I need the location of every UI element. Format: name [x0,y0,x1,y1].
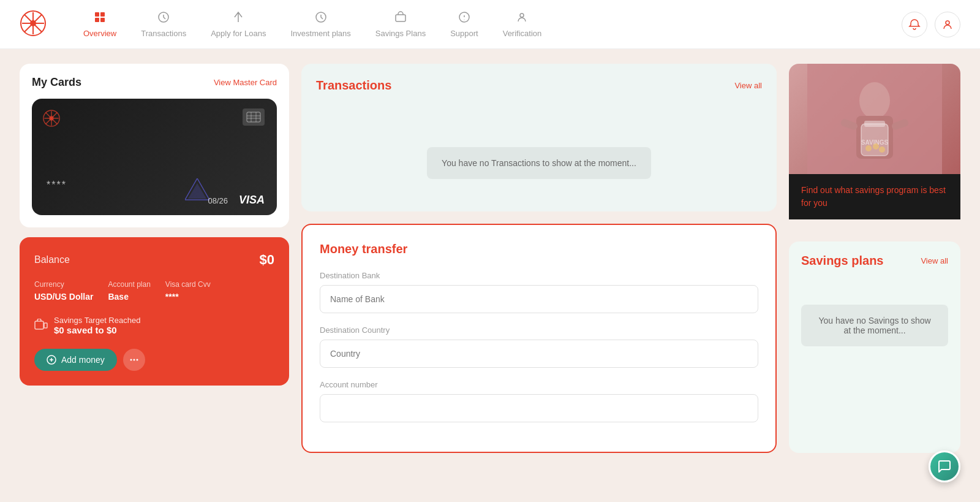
nav-transactions[interactable]: Transactions [141,11,186,38]
my-cards-section: My Cards View Master Card [20,64,289,227]
nav-apply-loans[interactable]: Apply for Loans [211,11,266,38]
account-plan-detail: Account plan Base [108,280,150,302]
transactions-header: Transactions View all [316,78,762,93]
card-brand: VISA [239,194,265,207]
bank-name-input[interactable] [320,285,758,313]
svg-point-14 [520,13,524,17]
svg-rect-6 [95,12,99,17]
nav-verification-label: Verification [503,29,542,38]
card-expiry: 08/26 [208,196,228,205]
svg-rect-9 [100,18,105,22]
account-number-input[interactable] [320,394,758,422]
savings-plans-icon [394,11,407,26]
card-number: **** [47,180,67,191]
svg-point-34 [130,359,132,361]
left-column: My Cards View Master Card [20,64,289,453]
profile-button[interactable] [935,12,960,37]
nav-verification[interactable]: Verification [503,11,542,38]
visa-cvv-label: Visa card Cvv [165,280,211,289]
svg-point-15 [946,21,949,25]
savings-target: Savings Target Reached $0 saved to $0 [34,314,274,337]
nav-transactions-label: Transactions [141,29,186,38]
country-input[interactable] [320,340,758,368]
savings-icon [34,319,48,333]
nav-overview[interactable]: Overview [83,11,116,38]
balance-label: Balance [34,254,70,265]
nav-investment-label: Investment plans [290,29,350,38]
nav-support[interactable]: Support [450,11,478,38]
credit-card: **** 08/26 VISA [32,99,277,215]
balance-section: Balance $0 Currency USD/US Dollar Accoun… [20,237,289,386]
svg-rect-29 [35,321,43,329]
more-options-button[interactable] [123,349,145,371]
balance-amount: $0 [260,252,274,268]
savings-plans-header: Savings plans View all [801,254,948,268]
logo[interactable] [20,10,83,39]
visa-cvv-detail: Visa card Cvv **** [165,280,211,302]
savings-banner-description: Find out what savings program is best fo… [801,184,948,210]
middle-column: Transactions View all You have no Transa… [301,64,777,453]
nav-support-label: Support [450,29,478,38]
support-icon [458,11,470,26]
my-cards-header: My Cards View Master Card [32,76,277,89]
savings-target-title: Savings Target Reached [54,316,140,325]
overview-icon [94,11,106,26]
nav-savings-plans-label: Savings Plans [375,29,426,38]
destination-bank-group: Destination Bank [320,271,758,313]
loans-icon [232,11,244,26]
currency-value: USD/US Dollar [34,292,93,302]
nav-actions [902,12,960,37]
svg-point-35 [133,359,135,361]
account-plan-label: Account plan [108,280,150,289]
right-column: SAVINGS Find out what savings program is… [789,64,960,453]
navbar: Overview Transactions Apply for Loans In… [0,0,980,49]
savings-target-detail: $0 saved to $0 [54,325,140,335]
savings-plans-title: Savings plans [801,254,884,268]
nav-savings-plans[interactable]: Savings Plans [375,11,426,38]
card-chip [243,108,265,126]
account-number-label: Account number [320,380,758,389]
investment-icon [315,11,327,26]
svg-point-45 [865,145,872,151]
savings-plans-view-all[interactable]: View all [921,256,948,265]
destination-country-label: Destination Country [320,325,758,335]
svg-rect-8 [95,18,99,22]
savings-target-text: Savings Target Reached $0 saved to $0 [54,316,140,335]
nav-links: Overview Transactions Apply for Loans In… [83,11,902,38]
savings-plans-empty-message: You have no Savings to show at the momen… [801,305,948,346]
nav-apply-loans-label: Apply for Loans [211,29,266,38]
visa-cvv-value: **** [165,292,179,302]
account-number-group: Account number [320,380,758,422]
money-transfer-title: Money transfer [320,242,758,256]
svg-point-36 [136,359,138,361]
transactions-empty-message: You have no Transactions to show at the … [427,147,651,179]
money-transfer-section: Money transfer Destination Bank Destinat… [301,224,777,453]
view-master-card-link[interactable]: View Master Card [214,78,277,87]
balance-header: Balance $0 [34,252,274,268]
svg-point-46 [873,143,879,150]
add-money-button[interactable]: Add money [34,349,117,371]
savings-banner-section[interactable]: SAVINGS Find out what savings program is… [789,64,960,229]
transactions-view-all[interactable]: View all [734,81,762,90]
verification-icon [516,11,528,26]
nav-investment[interactable]: Investment plans [290,11,350,38]
chat-button[interactable] [929,451,960,482]
my-cards-title: My Cards [32,76,81,89]
svg-rect-22 [247,112,260,122]
main-content: My Cards View Master Card [0,49,980,468]
currency-detail: Currency USD/US Dollar [34,280,93,302]
transactions-section: Transactions View all You have no Transa… [301,64,777,211]
transactions-title: Transactions [316,78,391,93]
svg-rect-7 [100,12,105,17]
svg-point-47 [879,146,885,153]
svg-rect-12 [396,15,405,21]
destination-country-group: Destination Country [320,325,758,368]
svg-marker-28 [188,183,206,199]
savings-banner-image: SAVINGS [789,64,960,174]
notifications-button[interactable] [902,12,927,37]
svg-rect-43 [864,121,885,127]
account-plan-value: Base [108,292,128,302]
svg-point-38 [859,82,890,119]
savings-plans-section: Savings plans View all You have no Savin… [789,241,960,453]
balance-details: Currency USD/US Dollar Account plan Base… [34,280,274,302]
